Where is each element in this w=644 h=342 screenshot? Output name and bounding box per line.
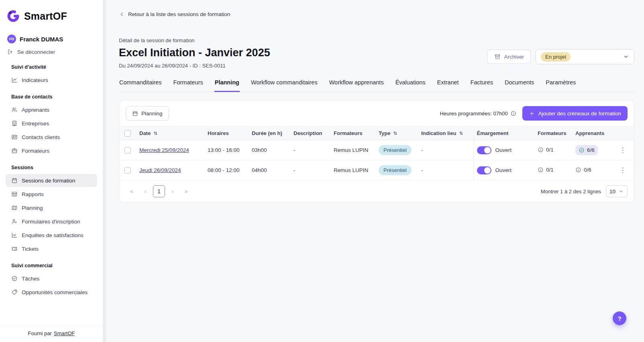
info-icon: [575, 167, 581, 173]
chevron-down-icon: [623, 53, 629, 60]
emargement-toggle[interactable]: [477, 166, 491, 174]
sort-type-icon[interactable]: [393, 131, 398, 136]
pagination-last-button[interactable]: »: [180, 185, 192, 197]
slot-date-link[interactable]: Jeudi 26/09/2024: [139, 167, 181, 173]
sort-date-icon[interactable]: [153, 131, 158, 136]
info-icon[interactable]: [510, 111, 516, 117]
sidebar-footer: Fourni par SmartOF: [0, 325, 103, 342]
sidebar-item-enquetes-satisfactions[interactable]: Enquêtes de satisfactions: [6, 229, 97, 242]
emargement-toggle[interactable]: [477, 146, 491, 154]
slot-date-link[interactable]: Mercredi 25/09/2024: [139, 147, 189, 153]
sidebar-item-opportunites[interactable]: Opportunités commerciales: [6, 286, 97, 299]
id-card-icon: [11, 134, 18, 140]
sidebar-item-rapports[interactable]: Rapports: [6, 188, 97, 201]
column-emargement: Émargement: [477, 130, 509, 136]
row-checkbox[interactable]: [124, 167, 131, 174]
planning-view-button[interactable]: Planning: [126, 106, 169, 121]
chart-trend-icon: [11, 232, 18, 238]
add-slots-button[interactable]: Ajouter des créneaux de formation: [522, 106, 628, 121]
chart-line-icon: [11, 77, 18, 83]
app-logo[interactable]: SmartOF: [0, 9, 103, 23]
scheduled-hours-label: Heures programmées: 07h00: [440, 111, 508, 117]
chevron-down-icon: [618, 188, 624, 194]
tab-workflow-apprenants[interactable]: Workflow apprenants: [329, 79, 384, 92]
emargement-state: Ouvert: [495, 167, 512, 173]
tab-evaluations[interactable]: Évaluations: [395, 79, 426, 92]
column-type: Type: [379, 130, 390, 136]
sidebar-nav: Suivi d'activité Indicateurs Base de con…: [0, 57, 103, 325]
page-size-value: 10: [609, 188, 615, 195]
archive-icon: [494, 53, 501, 60]
logout-button[interactable]: Se déconnecter: [0, 49, 103, 55]
sidebar-item-label: Sessions de formation: [22, 178, 75, 184]
tab-documents[interactable]: Documents: [504, 79, 534, 92]
calendar-icon: [11, 177, 18, 184]
footer-smartof-link[interactable]: SmartOF: [54, 330, 75, 336]
sort-lieu-icon[interactable]: [459, 131, 464, 136]
sidebar-item-label: Contacts clients: [22, 134, 60, 140]
sidebar-item-label: Tâches: [22, 276, 39, 282]
tab-formateurs[interactable]: Formateurs: [173, 79, 204, 92]
tab-workflow-commanditaires[interactable]: Workflow commanditaires: [251, 79, 318, 92]
formateurs-count[interactable]: 0/1: [538, 167, 554, 173]
sidebar-item-entreprises[interactable]: Entreprises: [6, 117, 97, 130]
row-checkbox[interactable]: [124, 147, 131, 154]
sidebar: SmartOF FD Franck DUMAS Se déconnecter S…: [0, 0, 103, 342]
logout-icon: [7, 49, 14, 55]
app-window: SmartOF FD Franck DUMAS Se déconnecter S…: [0, 0, 644, 342]
column-horaires: Horaires: [208, 130, 229, 136]
avatar: FD: [7, 35, 16, 43]
sidebar-item-contacts-clients[interactable]: Contacts clients: [6, 131, 97, 143]
status-dropdown[interactable]: En projet: [536, 49, 634, 64]
info-icon: [538, 147, 544, 153]
pagination-prev-button[interactable]: ‹: [139, 185, 151, 197]
apprenants-count[interactable]: 0/6: [575, 167, 591, 173]
archive-button[interactable]: Archiver: [487, 49, 531, 64]
back-to-sessions-link[interactable]: Retour à la liste des sessions de format…: [119, 11, 230, 17]
formateurs-count-value: 0/1: [546, 167, 554, 173]
column-description: Description: [293, 130, 322, 136]
slot-description: -: [293, 147, 296, 153]
slot-horaires: 08:00 - 12:00: [208, 167, 240, 173]
formateurs-count[interactable]: 0/1: [538, 147, 554, 153]
user-plus-icon: [11, 218, 18, 225]
page-size-select[interactable]: 10: [606, 185, 628, 197]
sidebar-item-sessions-de-formation[interactable]: Sessions de formation: [6, 174, 97, 187]
slot-indication-lieu: -: [421, 147, 423, 153]
user-row: FD Franck DUMAS: [0, 35, 103, 43]
help-button[interactable]: ?: [613, 311, 626, 325]
sidebar-item-label: Enquêtes de satisfactions: [22, 232, 84, 238]
sidebar-item-formulaires-inscription[interactable]: Formulaires d'inscription: [6, 215, 97, 228]
sidebar-item-indicateurs[interactable]: Indicateurs: [6, 74, 97, 86]
info-icon: [538, 167, 544, 173]
sidebar-item-tickets[interactable]: Tickets: [6, 242, 97, 255]
slot-description: -: [293, 167, 296, 173]
page-title: Excel Initiation - Janvier 2025: [119, 47, 270, 59]
section-title-sessions: Sessions: [0, 158, 103, 173]
sidebar-item-taches[interactable]: Tâches: [6, 272, 97, 285]
pagination-first-button[interactable]: «: [126, 185, 138, 197]
tab-factures[interactable]: Factures: [470, 79, 493, 92]
row-actions-menu[interactable]: ⋮: [611, 140, 634, 160]
table-header-row: Date Horaires Durée (en h) Description F…: [119, 127, 634, 140]
sidebar-item-planning[interactable]: Planning: [6, 201, 97, 214]
back-link-label: Retour à la liste des sessions de format…: [128, 11, 230, 17]
row-actions-menu[interactable]: ⋮: [611, 160, 634, 180]
select-all-checkbox[interactable]: [124, 130, 131, 137]
sidebar-item-formateurs[interactable]: Formateurs: [6, 144, 97, 157]
pagination-next-button[interactable]: ›: [167, 185, 179, 197]
tab-extranet[interactable]: Extranet: [437, 79, 459, 92]
sidebar-scrollbar[interactable]: [103, 0, 106, 342]
column-apprenants: Apprenants: [575, 130, 604, 136]
apprenants-count[interactable]: 6/6: [575, 145, 598, 155]
sidebar-item-apprenants[interactable]: Apprenants: [6, 103, 97, 116]
column-date: Date: [139, 130, 151, 136]
calendar-icon: [132, 111, 138, 117]
table-row: Jeudi 26/09/2024 08:00 - 12:00 04h00 - R…: [119, 160, 634, 180]
tab-parametres[interactable]: Paramètres: [545, 79, 576, 92]
tab-planning[interactable]: Planning: [214, 79, 240, 92]
pagination-page-1-button[interactable]: 1: [153, 185, 165, 197]
slot-formateurs: Remus LUPIN: [334, 167, 368, 173]
tab-commanditaires[interactable]: Commanditaires: [119, 79, 162, 92]
slot-duree: 04h00: [252, 167, 267, 173]
